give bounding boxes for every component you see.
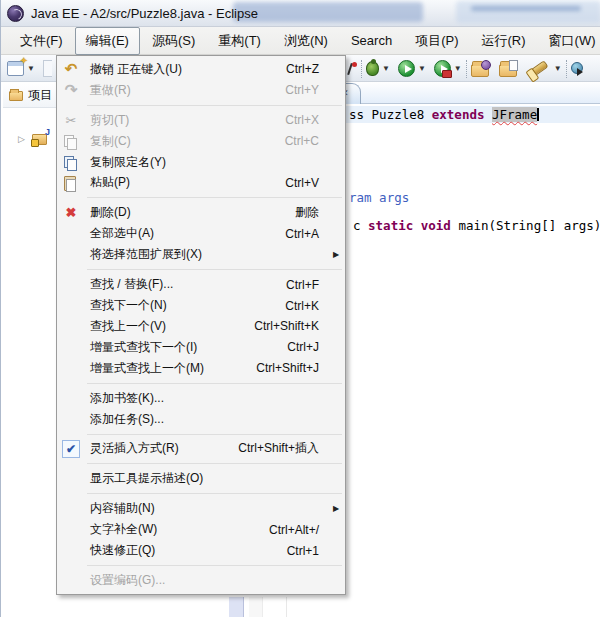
menu-item-shortcut: Ctrl+K — [285, 299, 333, 313]
menu-item-shortcut: Ctrl+Shift+K — [254, 319, 333, 333]
menu-item[interactable]: 查找下一个(N)Ctrl+K — [57, 295, 345, 316]
code-segment-plain: ss Puzzle8 — [349, 107, 432, 122]
run-external-tools-icon[interactable] — [434, 60, 451, 77]
menubar-item[interactable]: 文件(F) — [9, 27, 74, 55]
toolbar-separator — [361, 60, 362, 78]
menu-separator — [57, 193, 345, 202]
menu-item-label: 查找 / 替换(F)... — [90, 276, 173, 293]
mark-occurrences-icon[interactable] — [347, 61, 357, 77]
expand-arrow-icon[interactable]: ▷ — [18, 134, 25, 144]
background-window-blur — [471, 6, 581, 11]
breakpoints-partial-icon[interactable] — [571, 61, 585, 77]
menu-item-shortcut: Ctrl+Y — [285, 83, 333, 97]
scrollbar-fragment[interactable] — [229, 597, 244, 617]
menu-item[interactable]: 添加书签(K)... — [57, 388, 345, 409]
open-resource-icon[interactable] — [499, 64, 517, 77]
menu-item[interactable]: 增量式查找上一个(M)Ctrl+Shift+J — [57, 358, 345, 379]
blank-icon — [57, 295, 85, 316]
menu-item[interactable]: 添加任务(S)... — [57, 409, 345, 430]
menu-separator — [57, 379, 345, 388]
chevron-down-icon[interactable]: ▼ — [382, 64, 390, 73]
eclipse-window: Java EE - A2/src/Puzzle8.java - Eclipse … — [0, 0, 600, 617]
blank-icon — [57, 274, 85, 295]
menu-item-label: 撤销 正在键入(U) — [90, 61, 182, 78]
menu-item-label: 快速修正(Q) — [90, 542, 155, 559]
menu-item-shortcut: Ctrl+A — [285, 227, 333, 241]
eclipse-logo-icon — [7, 5, 24, 22]
code-line: ss Puzzle8 extends JFrame — [349, 107, 539, 122]
menu-item[interactable]: 复制(C)Ctrl+C — [57, 131, 345, 152]
window-title: Java EE - A2/src/Puzzle8.java - Eclipse — [31, 6, 258, 21]
menu-item-label: 复制(C) — [90, 133, 131, 150]
chevron-down-icon[interactable]: ▼ — [27, 64, 35, 73]
menu-item-label: 添加书签(K)... — [90, 390, 164, 407]
menubar-item[interactable]: 源码(S) — [141, 27, 206, 55]
menu-item-label: 粘贴(P) — [90, 174, 130, 191]
partial-toolbar-button[interactable] — [43, 60, 52, 77]
new-wizard-icon[interactable] — [7, 61, 24, 76]
menu-item[interactable]: 复制限定名(Y) — [57, 152, 345, 173]
code-editor[interactable]: ss Puzzle8 extends JFrame ram args c sta… — [331, 104, 600, 617]
menu-item[interactable]: 删除(D)删除 — [57, 202, 345, 223]
menu-item[interactable]: 将选择范围扩展到(X)▶ — [57, 244, 345, 265]
menu-separator — [57, 430, 345, 439]
menu-item-shortcut: Ctrl+X — [285, 113, 333, 127]
chevron-down-icon[interactable]: ▼ — [454, 64, 462, 73]
menubar-item[interactable]: 编辑(E) — [75, 27, 140, 55]
blank-icon — [57, 388, 85, 409]
menu-item-shortcut: Ctrl+C — [285, 134, 333, 148]
menu-item[interactable]: 设置编码(G)... — [57, 570, 345, 591]
code-line: c static void main(String[] args) — [353, 218, 600, 233]
debug-icon[interactable] — [366, 61, 379, 76]
panel-divider — [286, 597, 287, 617]
search-flashlight-icon[interactable] — [528, 60, 548, 77]
submenu-arrow-icon: ▶ — [333, 250, 345, 259]
menubar-item[interactable]: 运行(R) — [471, 27, 537, 55]
menu-item-label: 查找下一个(N) — [90, 297, 167, 314]
menu-item[interactable]: 查找 / 替换(F)...Ctrl+F — [57, 274, 345, 295]
blank-icon — [57, 570, 85, 591]
blank-icon — [57, 540, 85, 561]
menu-item-label: 查找上一个(V) — [90, 318, 166, 335]
background-window-blur — [456, 1, 600, 23]
menu-item[interactable]: 全部选中(A)Ctrl+A — [57, 223, 345, 244]
menu-item[interactable]: 增量式查找下一个(I)Ctrl+J — [57, 337, 345, 358]
background-window-blur — [233, 2, 423, 22]
menu-item[interactable]: 重做(R)Ctrl+Y — [57, 80, 345, 101]
menu-item-label: 剪切(T) — [90, 112, 129, 129]
menubar-item[interactable]: 项目(P) — [404, 27, 469, 55]
menu-item[interactable]: 查找上一个(V)Ctrl+Shift+K — [57, 316, 345, 337]
code-segment-keyword: extends — [432, 107, 485, 122]
blank-icon — [57, 223, 85, 244]
redo-icon — [57, 80, 85, 101]
menubar-item[interactable]: 浏览(N) — [273, 27, 339, 55]
menu-item[interactable]: 内容辅助(N)▶ — [57, 498, 345, 519]
menu-separator — [57, 561, 345, 570]
menu-item[interactable]: 快速修正(Q)Ctrl+1 — [57, 540, 345, 561]
chevron-down-icon[interactable]: ▼ — [554, 64, 562, 73]
menubar-item[interactable]: Search — [340, 28, 403, 53]
menubar-item[interactable]: 窗口(W) — [538, 27, 600, 55]
menu-item-shortcut: Ctrl+F — [286, 278, 333, 292]
menubar-item[interactable]: 重构(T) — [207, 27, 272, 55]
run-icon[interactable] — [398, 60, 415, 77]
chevron-down-icon[interactable]: ▼ — [418, 64, 426, 73]
menu-item-label: 复制限定名(Y) — [90, 154, 166, 171]
menu-item[interactable]: 灵活插入方式(R)Ctrl+Shift+插入 — [57, 439, 345, 460]
project-explorer-label: 项目 — [28, 87, 52, 104]
blank-icon — [57, 409, 85, 430]
menu-item[interactable]: 文字补全(W)Ctrl+Alt+/ — [57, 519, 345, 540]
open-java-artifact-icon[interactable] — [471, 64, 489, 77]
menu-item[interactable]: 显示工具提示描述(O) — [57, 468, 345, 489]
code-segment-plain — [484, 107, 492, 122]
editor-tab-strip — [331, 82, 600, 104]
title-bar[interactable]: Java EE - A2/src/Puzzle8.java - Eclipse — [1, 0, 600, 27]
menu-item[interactable]: 撤销 正在键入(U)Ctrl+Z — [57, 59, 345, 80]
menu-item[interactable]: 粘贴(P)Ctrl+V — [57, 173, 345, 194]
menu-item-label: 显示工具提示描述(O) — [90, 470, 203, 487]
menu-item-label: 全部选中(A) — [90, 225, 154, 242]
menu-item[interactable]: 剪切(T)Ctrl+X — [57, 110, 345, 131]
copy-qualified-name-icon — [57, 152, 85, 173]
project-tree-item[interactable]: ▷ — [1, 130, 47, 148]
blank-icon — [57, 316, 85, 337]
